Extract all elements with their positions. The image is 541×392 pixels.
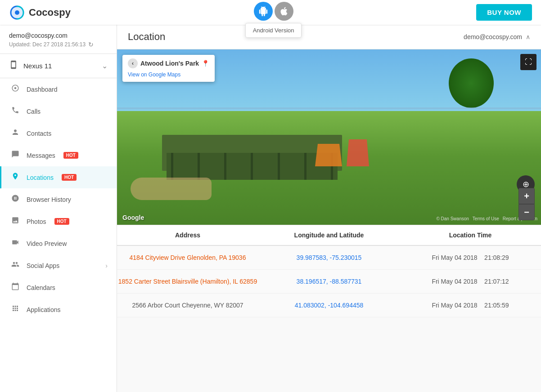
messages-hot-badge: HOT: [63, 152, 78, 159]
content-header: Location demo@cocospy.com ∧: [117, 25, 541, 49]
sidebar-label-dashboard: Dashboard: [27, 86, 58, 93]
header-right: demo@cocospy.com ∧: [464, 33, 530, 40]
map-info-box: ‹ Atwood Lion's Park 📍 View on Google Ma…: [122, 55, 215, 82]
zoom-controls: + −: [518, 188, 535, 220]
page-title: Location: [128, 31, 165, 43]
chevron-up-icon[interactable]: ∧: [526, 33, 530, 40]
main-content: Location demo@cocospy.com ∧: [117, 25, 541, 392]
ground-path: [131, 178, 212, 200]
sidebar-label-applications: Applications: [27, 306, 61, 313]
device-name: Nexus 11: [23, 62, 52, 70]
photos-hot-badge: HOT: [54, 218, 69, 225]
address-1: 4184 Cityview Drive Glenolden, PA 19036: [117, 254, 258, 261]
user-info: demo@cocospy.com Updated: Dec 27 2018 21…: [0, 25, 117, 54]
sidebar-updated: Updated: Dec 27 2018 21:56:13 ↻: [9, 41, 108, 48]
terms-of-use-link[interactable]: Terms of Use: [473, 216, 499, 221]
social-apps-arrow: ›: [105, 262, 108, 269]
calendars-icon: [10, 282, 20, 293]
refresh-icon[interactable]: ↻: [88, 41, 94, 48]
location-table: Address Longitude and Latitude Location …: [117, 225, 541, 317]
zoom-in-button[interactable]: +: [518, 188, 535, 204]
place-name: Atwood Lion's Park: [140, 60, 199, 67]
time-1: Fri May 04 2018 21:08:29: [400, 254, 541, 261]
distant-water: [117, 107, 541, 109]
sidebar-label-calls: Calls: [27, 108, 41, 115]
sidebar-item-photos[interactable]: Photos HOT: [0, 210, 117, 232]
device-icon: [9, 60, 18, 71]
slide: [315, 144, 342, 166]
map-container: ‹ Atwood Lion's Park 📍 View on Google Ma…: [117, 49, 541, 225]
sidebar-label-photos: Photos: [27, 218, 46, 225]
dashboard-icon: [10, 84, 20, 94]
ios-button[interactable]: [275, 2, 293, 21]
map-pin-icon: 📍: [202, 60, 209, 67]
photos-icon: [10, 216, 20, 227]
attribution-text: © Dan Swanson: [436, 216, 469, 221]
tree-canopy-right: [449, 58, 494, 108]
sidebar-item-video-preview[interactable]: Video Preview: [0, 232, 117, 254]
coords-3[interactable]: 41.083002, -104.694458: [258, 302, 400, 309]
applications-icon: [10, 304, 20, 315]
sidebar-item-contacts[interactable]: Contacts: [0, 122, 117, 144]
address-3: 2566 Arbor Court Cheyenne, WY 82007: [117, 302, 258, 309]
svg-point-2: [14, 87, 17, 89]
shelter-body: [167, 153, 338, 180]
android-button[interactable]: [254, 2, 273, 21]
col-coords: Longitude and Latitude: [258, 232, 400, 239]
sidebar-label-calendars: Calendars: [27, 284, 55, 291]
coords-1[interactable]: 39.987583, -75.230015: [258, 254, 400, 261]
sidebar-item-locations[interactable]: Locations HOT: [0, 166, 117, 188]
logo-area: Cocospy: [9, 4, 71, 21]
sidebar: demo@cocospy.com Updated: Dec 27 2018 21…: [0, 25, 117, 392]
browser-history-icon: [10, 194, 20, 205]
table-row: 2566 Arbor Court Cheyenne, WY 82007 41.0…: [117, 294, 541, 317]
cocospy-logo-icon: [9, 4, 25, 21]
time-3: Fri May 04 2018 21:05:59: [400, 302, 541, 309]
locations-icon: [10, 172, 20, 183]
fullscreen-button[interactable]: ⛶: [520, 54, 536, 70]
col-address: Address: [117, 232, 258, 239]
sidebar-label-browser-history: Browser History: [27, 196, 71, 203]
sidebar-item-calls[interactable]: Calls: [0, 100, 117, 122]
col-time: Location Time: [400, 232, 541, 239]
header-user-email: demo@cocospy.com: [464, 33, 522, 40]
app-name: Cocospy: [29, 7, 71, 18]
sidebar-user-email: demo@cocospy.com: [9, 32, 108, 39]
map-nav-back[interactable]: ‹: [128, 58, 138, 68]
chevron-down-icon: ⌄: [102, 62, 108, 70]
topbar-center: Android Version: [71, 4, 476, 21]
sidebar-item-social-apps[interactable]: Social Apps ›: [0, 254, 117, 276]
video-preview-icon: [10, 238, 20, 249]
calls-icon: [10, 106, 20, 116]
buy-now-button[interactable]: BUY NOW: [476, 4, 532, 21]
zoom-out-button[interactable]: −: [518, 204, 535, 220]
topbar: Cocospy Android Version BUY NOW: [0, 0, 541, 25]
time-2: Fri May 04 2018 21:07:12: [400, 278, 541, 285]
sidebar-item-calendars[interactable]: Calendars: [0, 276, 117, 298]
bounce-house: [347, 139, 369, 166]
table-row: 4184 Cityview Drive Glenolden, PA 19036 …: [117, 246, 541, 270]
svg-point-1: [15, 10, 19, 15]
sidebar-item-dashboard[interactable]: Dashboard: [0, 78, 117, 100]
device-item[interactable]: Nexus 11 ⌄: [0, 54, 117, 78]
sidebar-label-messages: Messages: [27, 152, 55, 159]
table-header: Address Longitude and Latitude Location …: [117, 225, 541, 246]
table-row: 1852 Carter Street Blairsville (Hamilton…: [117, 270, 541, 294]
sidebar-label-social-apps: Social Apps: [27, 262, 59, 269]
locations-hot-badge: HOT: [62, 174, 77, 181]
main-layout: demo@cocospy.com Updated: Dec 27 2018 21…: [0, 25, 541, 392]
platform-buttons: [254, 2, 293, 21]
messages-icon: [10, 150, 20, 160]
sidebar-item-messages[interactable]: Messages HOT: [0, 144, 117, 166]
sidebar-label-contacts: Contacts: [27, 130, 51, 137]
address-2: 1852 Carter Street Blairsville (Hamilton…: [117, 278, 258, 285]
google-logo: Google: [122, 214, 144, 221]
android-tooltip: Android Version: [245, 23, 302, 38]
view-on-google-maps-link[interactable]: View on Google Maps: [128, 71, 180, 78]
sidebar-item-browser-history[interactable]: Browser History: [0, 188, 117, 210]
contacts-icon: [10, 128, 20, 138]
sidebar-item-applications[interactable]: Applications: [0, 298, 117, 321]
coords-2[interactable]: 38.196517, -88.587731: [258, 278, 400, 285]
sidebar-label-video-preview: Video Preview: [27, 240, 67, 247]
sidebar-label-locations: Locations: [27, 174, 54, 181]
